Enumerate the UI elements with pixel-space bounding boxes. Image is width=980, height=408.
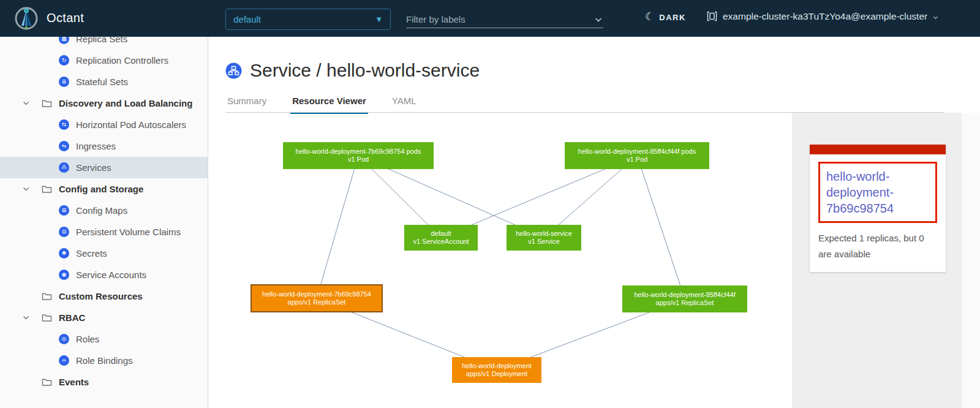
sidebar-item-label: Config and Storage xyxy=(59,184,143,194)
app-header: Octant default ▼ ☾ DARK example-cluster-… xyxy=(0,0,980,37)
sidebar-nav: ▦Replica Sets↻Replication Controllers≣St… xyxy=(0,37,208,408)
folder-icon xyxy=(42,99,52,108)
sidebar-item-discovery-and-load-balancing[interactable]: Discovery and Load Balancing xyxy=(0,93,208,114)
node-name: hello-world-deployment-7b69c98754 pods xyxy=(283,148,434,156)
caret-down-icon: ▼ xyxy=(375,15,383,24)
sidebar-item-service-accounts[interactable]: ◉Service Accounts xyxy=(0,264,208,285)
sidebar-item-label: Stateful Sets xyxy=(76,77,128,87)
sidebar-item-replica-sets[interactable]: ▦Replica Sets xyxy=(0,37,208,50)
namespace-value: default xyxy=(233,14,375,25)
sidebar-item-custom-resources[interactable]: Custom Resources xyxy=(0,285,208,307)
stateful-sets-icon: ≣ xyxy=(59,77,69,87)
graph-node-sa[interactable]: defaultv1 ServiceAccount xyxy=(404,225,478,251)
graph-node-rs-7b69[interactable]: hello-world-deployment-7b69c98754apps/v1… xyxy=(251,284,383,312)
node-name: hello-world-deployment-85ff4cf44f xyxy=(622,291,747,300)
sidebar-item-services[interactable]: ⁂Services xyxy=(0,157,208,178)
chevron-down-icon[interactable] xyxy=(594,15,603,25)
node-kind: v1 Pod xyxy=(565,156,709,164)
selected-node-title: hello-world-deployment-7b69c98754 xyxy=(826,170,894,215)
sidebar-item-label: Events xyxy=(59,377,89,387)
theme-toggle-label: DARK xyxy=(659,13,686,22)
sidebar-item-label: RBAC xyxy=(59,312,85,323)
services-icon: ⁂ xyxy=(59,162,69,173)
node-kind: v1 Pod xyxy=(283,156,434,164)
graph-node-pod-85ff[interactable]: hello-world-deployment-85ff4cf44f podsv1… xyxy=(565,142,709,169)
sidebar-item-label: Config Maps xyxy=(76,205,127,216)
sidebar-item-stateful-sets[interactable]: ≣Stateful Sets xyxy=(0,71,208,93)
cluster-icon xyxy=(706,10,718,22)
graph-node-svc[interactable]: hello-world-servicev1 Service xyxy=(507,225,581,251)
folder-icon xyxy=(42,292,52,301)
sidebar-item-events[interactable]: Events xyxy=(0,371,208,393)
context-label: example-cluster-ka3TuTzYo4a@example-clus… xyxy=(723,11,927,22)
panel-right-margin xyxy=(962,113,980,408)
sidebar-item-label: Custom Resources xyxy=(59,291,143,301)
sidebar-item-rbac[interactable]: RBAC xyxy=(0,307,208,328)
sidebar-item-label: Discovery and Load Balancing xyxy=(59,98,192,108)
graph-edge-pod-7b69-rs-7b69 xyxy=(317,156,358,298)
sidebar-item-config-maps[interactable]: ⊞Config Maps xyxy=(0,200,208,221)
hpa-icon: ⇆ xyxy=(59,119,69,130)
sidebar-item-secrets[interactable]: ✱Secrets xyxy=(0,243,208,264)
node-name: hello-world-deployment-85ff4cf44f pods xyxy=(565,148,709,156)
selected-node-link[interactable]: hello-world-deployment-7b69c98754 xyxy=(818,162,937,223)
secrets-icon: ✱ xyxy=(59,248,69,259)
sidebar-item-label: Persistent Volume Claims xyxy=(76,227,181,237)
namespace-dropdown[interactable]: default ▼ xyxy=(225,9,391,30)
tab-resource-viewer[interactable]: Resource Viewer xyxy=(290,93,368,112)
graph-node-deploy[interactable]: hello-world-deploymentapps/v1 Deployment xyxy=(452,357,541,383)
config-maps-icon: ⊞ xyxy=(59,205,69,216)
chevron-down-icon[interactable] xyxy=(22,99,32,107)
node-kind: apps/v1 ReplicaSet xyxy=(252,298,382,307)
status-message: Expected 1 replicas, but 0 are available xyxy=(818,230,937,262)
context-selector[interactable]: example-cluster-ka3TuTzYo4a@example-clus… xyxy=(706,10,939,22)
graph-node-rs-85ff[interactable]: hello-world-deployment-85ff4cf44fapps/v1… xyxy=(622,285,747,312)
replica-sets-icon: ▦ xyxy=(59,37,69,44)
node-kind: apps/v1 Deployment xyxy=(452,370,541,379)
alert-bar xyxy=(810,145,946,154)
page-title-row: Service / hello-world-service xyxy=(225,60,480,81)
sidebar-item-role-bindings[interactable]: ∞Role Bindings xyxy=(0,350,208,371)
sidebar-item-label: Secrets xyxy=(76,248,107,259)
label-filter xyxy=(406,11,603,28)
graph-edge-pod-85ff-rs-85ff xyxy=(637,156,685,299)
resource-graph: hello-world-deployment-7b69c98754 podsv1… xyxy=(208,113,791,408)
sidebar-item-label: Replication Controllers xyxy=(76,55,168,66)
node-name: hello-world-deployment xyxy=(452,362,541,371)
tab-yaml[interactable]: YAML xyxy=(390,93,418,112)
theme-toggle-button[interactable]: ☾ DARK xyxy=(645,11,686,23)
sidebar-item-config-and-storage[interactable]: Config and Storage xyxy=(0,178,208,200)
node-name: default xyxy=(404,230,478,238)
node-detail-card: hello-world-deployment-7b69c98754 Expect… xyxy=(810,145,946,272)
node-name: hello-world-deployment-7b69c98754 xyxy=(252,290,382,299)
chevron-down-icon xyxy=(932,14,939,21)
label-filter-input[interactable] xyxy=(406,14,594,25)
sidebar-item-label: Role Bindings xyxy=(76,355,133,366)
tab-bar: SummaryResource ViewerYAML xyxy=(225,93,418,112)
graph-node-pod-7b69[interactable]: hello-world-deployment-7b69c98754 podsv1… xyxy=(283,142,434,169)
sidebar-item-replication-controllers[interactable]: ↻Replication Controllers xyxy=(0,50,208,71)
sidebar-item-roles[interactable]: ◎Roles xyxy=(0,328,208,350)
sidebar-item-persistent-volume-claims[interactable]: ⊟Persistent Volume Claims xyxy=(0,221,208,243)
node-kind: apps/v1 ReplicaSet xyxy=(622,299,747,308)
replication-controllers-icon: ↻ xyxy=(59,55,69,66)
chevron-down-icon[interactable] xyxy=(22,185,32,193)
app-title: Octant xyxy=(47,11,84,25)
tab-summary[interactable]: Summary xyxy=(225,93,268,112)
sidebar-item-ingresses[interactable]: ⇋Ingresses xyxy=(0,135,208,157)
sidebar-item-label: Ingresses xyxy=(76,141,116,151)
octant-logo-icon xyxy=(13,6,39,31)
chevron-down-icon[interactable] xyxy=(22,314,32,322)
folder-icon xyxy=(42,377,52,387)
sidebar-item-label: Services xyxy=(76,162,111,173)
sidebar-item-label: Roles xyxy=(76,334,99,344)
node-kind: v1 ServiceAccount xyxy=(404,238,478,246)
sidebar-item-horizontal-pod-autoscalers[interactable]: ⇆Horizontal Pod Autoscalers xyxy=(0,114,208,135)
roles-icon: ◎ xyxy=(59,334,69,344)
ingresses-icon: ⇋ xyxy=(59,141,69,151)
sidebar-item-label: Horizontal Pod Autoscalers xyxy=(76,119,186,130)
service-accounts-icon: ◉ xyxy=(59,270,69,280)
detail-panel: hello-world-deployment-7b69c98754 Expect… xyxy=(792,113,962,408)
node-name: hello-world-service xyxy=(507,230,581,238)
page-title: Service / hello-world-service xyxy=(250,60,480,81)
